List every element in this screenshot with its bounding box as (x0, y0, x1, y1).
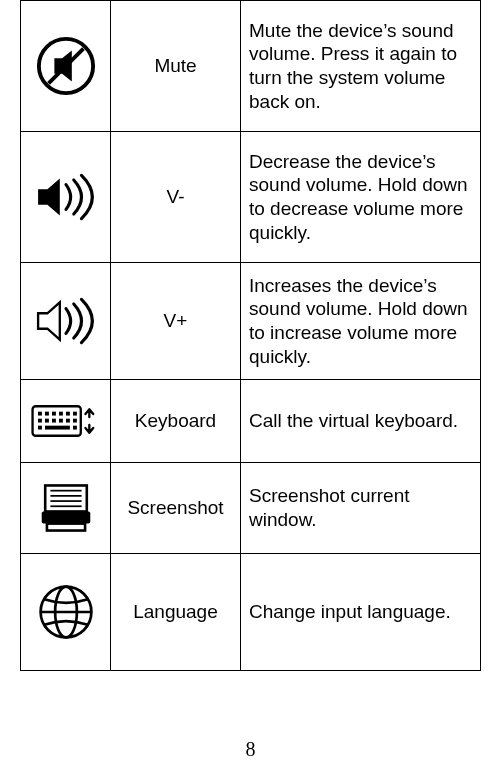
icon-cell (21, 132, 111, 263)
screenshot-icon (38, 482, 94, 534)
row-label: V+ (164, 310, 188, 331)
svg-rect-9 (38, 419, 42, 423)
svg-rect-12 (59, 419, 63, 423)
icon-cell (21, 263, 111, 380)
desc-cell: Change input language. (241, 554, 481, 671)
svg-rect-6 (59, 412, 63, 416)
table-row: Mute Mute the device’s sound volume. Pre… (21, 1, 481, 132)
label-cell: Keyboard (111, 380, 241, 463)
svg-rect-13 (66, 419, 70, 423)
icon-cell (21, 463, 111, 554)
row-label: Screenshot (127, 497, 223, 518)
icon-cell (21, 554, 111, 671)
svg-rect-24 (46, 524, 84, 531)
table-row: Language Change input language. (21, 554, 481, 671)
svg-rect-15 (38, 426, 42, 430)
desc-cell: Screenshot current window. (241, 463, 481, 554)
svg-rect-3 (38, 412, 42, 416)
desc-cell: Mute the device’s sound volume. Press it… (241, 1, 481, 132)
function-table: Mute Mute the device’s sound volume. Pre… (20, 0, 481, 671)
label-cell: V+ (111, 263, 241, 380)
svg-rect-8 (73, 412, 77, 416)
svg-line-1 (48, 49, 83, 84)
mute-icon (35, 35, 97, 97)
row-description: Change input language. (249, 601, 451, 622)
icon-cell (21, 380, 111, 463)
svg-rect-7 (66, 412, 70, 416)
svg-rect-16 (45, 426, 70, 430)
table-row: V+ Increases the device’s sound volume. … (21, 263, 481, 380)
row-description: Increases the device’s sound volume. Hol… (249, 275, 468, 367)
svg-rect-18 (45, 485, 87, 511)
svg-rect-10 (45, 419, 49, 423)
desc-cell: Decrease the device’s sound volume. Hold… (241, 132, 481, 263)
desc-cell: Increases the device’s sound volume. Hol… (241, 263, 481, 380)
row-description: Call the virtual keyboard. (249, 410, 458, 431)
volume-down-icon (35, 172, 97, 222)
page-number: 8 (0, 738, 501, 761)
language-icon (37, 583, 95, 641)
row-label: Language (133, 601, 218, 622)
label-cell: Mute (111, 1, 241, 132)
label-cell: V- (111, 132, 241, 263)
row-description: Screenshot current window. (249, 485, 410, 530)
volume-up-icon (35, 296, 97, 346)
label-cell: Screenshot (111, 463, 241, 554)
row-description: Mute the device’s sound volume. Press it… (249, 20, 457, 112)
svg-rect-5 (52, 412, 56, 416)
svg-rect-11 (52, 419, 56, 423)
row-description: Decrease the device’s sound volume. Hold… (249, 151, 468, 243)
table-row: V- Decrease the device’s sound volume. H… (21, 132, 481, 263)
svg-rect-4 (45, 412, 49, 416)
icon-cell (21, 1, 111, 132)
row-label: V- (167, 186, 185, 207)
label-cell: Language (111, 554, 241, 671)
table-row: Keyboard Call the virtual keyboard. (21, 380, 481, 463)
svg-rect-23 (41, 511, 90, 523)
svg-rect-14 (73, 419, 77, 423)
table-row: Screenshot Screenshot current window. (21, 463, 481, 554)
document-page: Mute Mute the device’s sound volume. Pre… (0, 0, 501, 779)
svg-rect-17 (73, 426, 77, 430)
desc-cell: Call the virtual keyboard. (241, 380, 481, 463)
row-label: Mute (154, 55, 196, 76)
keyboard-icon (31, 401, 101, 441)
row-label: Keyboard (135, 410, 216, 431)
